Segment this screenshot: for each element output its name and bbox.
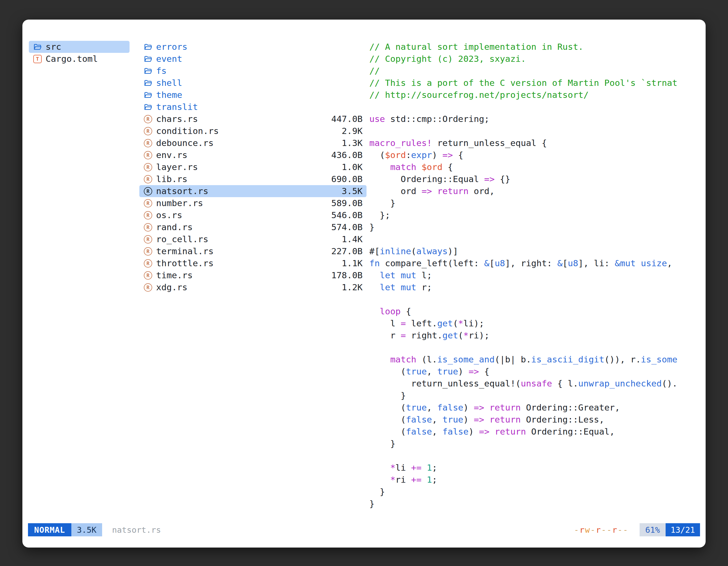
code-line: *li += 1; — [369, 462, 698, 474]
file-row[interactable]: Rtime.rs178.0B — [139, 269, 367, 281]
rust-file-icon: R — [143, 163, 153, 172]
rust-file-icon: R — [143, 247, 153, 256]
code-line: } — [369, 389, 698, 401]
code-line: // This is a port of the C version of Ma… — [369, 77, 698, 89]
code-line: match $ord { — [369, 161, 698, 173]
file-manager-window: srcTCargo.toml errorseventfsshellthemetr… — [22, 20, 706, 548]
code-line: (false, true) => return Ordering::Less, — [369, 414, 698, 426]
parent-pane[interactable]: srcTCargo.toml — [29, 41, 130, 65]
file-row[interactable]: TCargo.toml — [29, 53, 130, 65]
rust-file-icon: R — [143, 259, 153, 268]
code-line: let mut r; — [369, 281, 698, 293]
code-line: // Copyright (c) 2023, sxyazi. — [369, 53, 698, 65]
code-line — [369, 341, 698, 353]
dir-row[interactable]: event — [139, 53, 367, 65]
dir-row[interactable]: translit — [139, 101, 367, 113]
code-line — [369, 293, 698, 305]
file-row[interactable]: Rrand.rs574.0B — [139, 221, 367, 233]
entry-name: layer.rs — [156, 161, 338, 173]
entry-name: shell — [156, 77, 359, 89]
entry-size: 1.1K — [342, 257, 363, 269]
rust-file-icon: R — [143, 199, 153, 208]
entry-name: errors — [156, 41, 359, 53]
entry-size: 1.3K — [342, 137, 363, 149]
rust-file-icon: R — [143, 151, 153, 159]
code-line: } — [369, 221, 698, 233]
code-line: match (l.is_some_and(|b| b.is_ascii_digi… — [369, 353, 698, 365]
entry-name: number.rs — [156, 197, 328, 209]
rust-file-icon: R — [143, 139, 153, 147]
mode-badge: NORMAL — [28, 523, 71, 536]
entry-name: translit — [156, 101, 359, 113]
cursor-position-chip: 13/21 — [666, 523, 700, 536]
file-row[interactable]: Rnumber.rs589.0B — [139, 197, 367, 209]
file-row[interactable]: Rcondition.rs2.9K — [139, 125, 367, 137]
code-line — [369, 125, 698, 137]
entry-name: rand.rs — [156, 221, 328, 233]
rust-file-icon: R — [143, 175, 153, 184]
entry-size: 436.0B — [331, 149, 363, 161]
entry-name: xdg.rs — [156, 281, 338, 293]
code-line: Ordering::Equal => {} — [369, 173, 698, 185]
dir-row[interactable]: errors — [139, 41, 367, 53]
code-line — [369, 233, 698, 245]
status-filename: natsort.rs — [112, 525, 161, 535]
rust-file-icon: R — [143, 223, 153, 232]
rust-file-icon: R — [143, 211, 153, 220]
rust-file-icon: R — [143, 115, 153, 123]
code-line: loop { — [369, 305, 698, 317]
entry-name: theme — [156, 89, 359, 101]
folder-icon — [33, 43, 42, 51]
file-row[interactable]: Rdebounce.rs1.3K — [139, 137, 367, 149]
code-line: let mut l; — [369, 269, 698, 281]
code-line: ord => return ord, — [369, 185, 698, 197]
entry-name: debounce.rs — [156, 137, 338, 149]
entry-size: 546.0B — [331, 209, 363, 221]
file-row[interactable]: Rnatsort.rs3.5K — [139, 185, 367, 197]
code-line: } — [369, 498, 698, 510]
entry-size: 3.5K — [342, 185, 363, 197]
code-line — [369, 450, 698, 462]
entry-name: chars.rs — [156, 113, 328, 125]
code-line: *ri += 1; — [369, 474, 698, 486]
code-line: fn compare_left(left: &[u8], right: &[u8… — [369, 257, 698, 269]
folder-icon — [143, 55, 153, 63]
entry-name: event — [156, 53, 359, 65]
code-line: // — [369, 65, 698, 77]
code-line: } — [369, 486, 698, 498]
entry-size: 447.0B — [331, 113, 363, 125]
preview-pane[interactable]: // A natural sort implementation in Rust… — [369, 41, 698, 514]
file-row[interactable]: Rlib.rs690.0B — [139, 173, 367, 185]
file-row[interactable]: Rchars.rs447.0B — [139, 113, 367, 125]
entry-size: 1.0K — [342, 161, 363, 173]
file-row[interactable]: Ros.rs546.0B — [139, 209, 367, 221]
toml-file-icon: T — [33, 55, 42, 63]
entry-name: ro_cell.rs — [156, 233, 338, 245]
current-pane[interactable]: errorseventfsshellthemetranslitRchars.rs… — [139, 41, 367, 293]
code-line: (true, true) => { — [369, 365, 698, 377]
file-row[interactable]: Rterminal.rs227.0B — [139, 245, 367, 257]
dir-row[interactable]: theme — [139, 89, 367, 101]
entry-size: 690.0B — [331, 173, 363, 185]
entry-name: throttle.rs — [156, 257, 338, 269]
file-row[interactable]: Rthrottle.rs1.1K — [139, 257, 367, 269]
folder-icon — [143, 43, 153, 51]
entry-size: 2.9K — [342, 125, 363, 137]
code-line: } — [369, 197, 698, 209]
code-line: }; — [369, 209, 698, 221]
folder-icon — [143, 91, 153, 99]
code-line: (true, false) => return Ordering::Greate… — [369, 401, 698, 414]
file-row[interactable]: Rxdg.rs1.2K — [139, 281, 367, 293]
entry-size: 178.0B — [331, 269, 363, 281]
dir-row[interactable]: fs — [139, 65, 367, 77]
file-row[interactable]: Rro_cell.rs1.4K — [139, 233, 367, 245]
file-row[interactable]: Renv.rs436.0B — [139, 149, 367, 161]
dir-row[interactable]: src — [29, 41, 130, 53]
entry-name: env.rs — [156, 149, 328, 161]
dir-row[interactable]: shell — [139, 77, 367, 89]
file-row[interactable]: Rlayer.rs1.0K — [139, 161, 367, 173]
code-line — [369, 101, 698, 113]
entry-name: time.rs — [156, 269, 328, 281]
entry-size: 589.0B — [331, 197, 363, 209]
folder-icon — [143, 103, 153, 111]
